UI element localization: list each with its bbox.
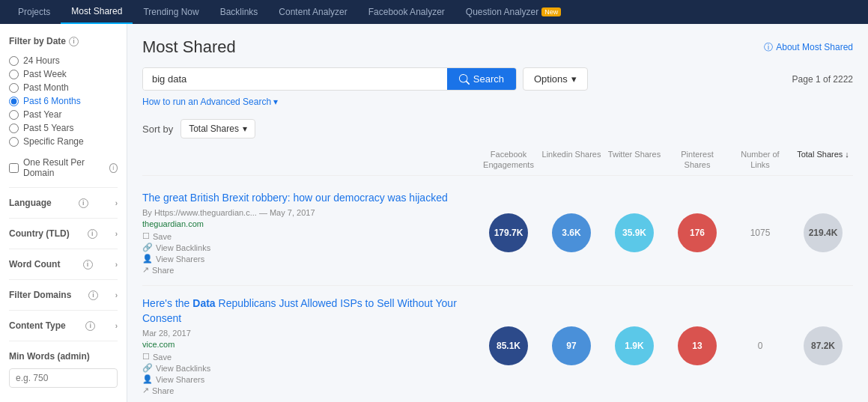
search-input-wrapper: Search	[142, 67, 517, 91]
result-1-linkedin: 3.6K	[541, 213, 601, 252]
search-icon	[459, 74, 470, 85]
language-filter: Language i ›	[9, 187, 118, 218]
word-count-chevron-icon: ›	[115, 261, 118, 269]
min-words-input[interactable]	[9, 368, 118, 388]
facebook-circle-1: 179.7K	[489, 213, 528, 252]
total-circle-2: 87.2K	[804, 326, 843, 365]
col-twitter: Twitter Shares	[604, 149, 664, 171]
one-result-info-icon[interactable]: i	[109, 163, 118, 173]
twitter-circle-1: 35.9K	[615, 213, 654, 252]
country-chevron-icon: ›	[115, 230, 118, 238]
one-result-checkbox[interactable]	[9, 163, 19, 173]
filter-domains-chevron-icon: ›	[115, 291, 118, 299]
nav-projects[interactable]: Projects	[7, 0, 61, 24]
advanced-search-link[interactable]: How to run an Advanced Search ▾	[142, 97, 853, 107]
nav-facebook-analyzer[interactable]: Facebook Analyzer	[358, 0, 455, 24]
date-past-5-years[interactable]: Past 5 Years	[9, 121, 118, 135]
date-past-6-months[interactable]: Past 6 Months	[9, 94, 118, 108]
search-input[interactable]	[143, 68, 447, 90]
date-24hours[interactable]: 24 Hours	[9, 54, 118, 67]
options-button[interactable]: Options ▾	[523, 67, 588, 91]
nav-backlinks[interactable]: Backlinks	[210, 0, 269, 24]
total-circle-1: 219.4K	[804, 213, 843, 252]
main-layout: Filter by Date i 24 Hours Past Week Past…	[0, 24, 868, 402]
backlinks-icon: 🔗	[142, 243, 153, 252]
view-sharers-link-1[interactable]: 👤 View Sharers	[142, 254, 468, 264]
col-total: Total Shares ↓	[793, 149, 853, 171]
date-specific-range[interactable]: Specific Range	[9, 135, 118, 148]
content-type-chevron-icon: ›	[115, 322, 118, 330]
page-header: Most Shared ⓘ About Most Shared	[142, 37, 853, 57]
result-2-domain[interactable]: vice.com	[142, 340, 468, 349]
table-row: Here's the Data Republicans Just Allowed…	[142, 286, 853, 402]
share-icon: ↗	[142, 386, 149, 395]
share-link-1[interactable]: ↗ Share	[142, 265, 468, 275]
language-chevron-icon: ›	[115, 199, 118, 207]
country-tld-filter: Country (TLD) i ›	[9, 218, 118, 249]
nav-content-analyzer[interactable]: Content Analyzer	[268, 0, 357, 24]
language-filter-header[interactable]: Language i ›	[9, 195, 118, 210]
save-icon: ☐	[142, 231, 150, 241]
result-1-info: The great British Brexit robbery: how ou…	[142, 191, 476, 275]
chevron-down-small-icon: ▾	[273, 97, 278, 107]
search-button[interactable]: Search	[447, 68, 516, 90]
content-type-info-icon[interactable]: i	[85, 321, 95, 331]
result-1-domain[interactable]: theguardian.com	[142, 219, 468, 228]
view-sharers-link-2[interactable]: 👤 View Sharers	[142, 374, 468, 384]
col-facebook: Facebook Engagements	[479, 149, 538, 171]
linkedin-circle-2: 97	[552, 326, 591, 365]
result-1-actions: ☐ Save 🔗 View Backlinks 👤 View Sharers ↗…	[142, 231, 468, 275]
result-1-twitter: 35.9K	[604, 213, 664, 252]
result-1-meta: By Https://www.theguardian.c... — May 7,…	[142, 208, 468, 217]
nav-most-shared[interactable]: Most Shared	[61, 0, 133, 24]
sort-chevron-icon: ▾	[243, 124, 247, 134]
sort-select[interactable]: Total Shares ▾	[180, 119, 255, 138]
sidebar: Filter by Date i 24 Hours Past Week Past…	[0, 24, 127, 402]
view-backlinks-link-2[interactable]: 🔗 View Backlinks	[142, 363, 468, 373]
backlinks-icon: 🔗	[142, 363, 153, 373]
share-link-2[interactable]: ↗ Share	[142, 386, 468, 395]
sharers-icon: 👤	[142, 374, 153, 384]
view-backlinks-link-1[interactable]: 🔗 View Backlinks	[142, 243, 468, 252]
new-badge: New	[541, 7, 561, 16]
save-link-2[interactable]: ☐ Save	[142, 352, 468, 362]
filter-domains-info-icon[interactable]: i	[88, 290, 98, 300]
about-link[interactable]: ⓘ About Most Shared	[764, 41, 853, 54]
pinterest-circle-1: 176	[678, 213, 717, 252]
result-1-pinterest: 176	[667, 213, 727, 252]
result-2-twitter: 1.9K	[604, 326, 664, 365]
info-circle-icon: ⓘ	[764, 41, 773, 54]
filter-domains-header[interactable]: Filter Domains i ›	[9, 287, 118, 302]
result-1-links: 1075	[730, 228, 790, 238]
save-link-1[interactable]: ☐ Save	[142, 231, 468, 241]
min-words-filter: Min Words (admin)	[9, 341, 118, 395]
filter-date-info-icon[interactable]: i	[69, 37, 79, 46]
country-filter-header[interactable]: Country (TLD) i ›	[9, 226, 118, 241]
country-info-icon[interactable]: i	[88, 229, 97, 239]
language-info-icon[interactable]: i	[79, 198, 88, 208]
col-linkedin: Linkedin Shares	[541, 149, 601, 171]
nav-question-analyzer[interactable]: Question Analyzer New	[455, 0, 571, 24]
content-type-filter: Content Type i ›	[9, 310, 118, 341]
one-result-per-domain-row[interactable]: One Result Per Domain i	[9, 157, 118, 178]
word-count-filter: Word Count i ›	[9, 249, 118, 279]
date-past-week[interactable]: Past Week	[9, 67, 118, 81]
min-words-header: Min Words (admin)	[9, 349, 118, 364]
date-past-year[interactable]: Past Year	[9, 108, 118, 121]
result-2-title[interactable]: Here's the Data Republicans Just Allowed…	[142, 296, 468, 326]
date-past-month[interactable]: Past Month	[9, 81, 118, 94]
word-count-filter-header[interactable]: Word Count i ›	[9, 257, 118, 272]
main-content: Most Shared ⓘ About Most Shared Search O…	[127, 24, 868, 402]
facebook-circle-2: 85.1K	[489, 326, 528, 365]
share-icon: ↗	[142, 265, 149, 275]
result-1-title[interactable]: The great British Brexit robbery: how ou…	[142, 191, 468, 206]
col-links: Number of Links	[730, 149, 790, 171]
content-type-header[interactable]: Content Type i ›	[9, 318, 118, 333]
chevron-down-icon: ▾	[571, 73, 577, 85]
nav-trending-now[interactable]: Trending Now	[133, 0, 209, 24]
result-1-facebook: 179.7K	[479, 213, 538, 252]
search-row: Search Options ▾ Page 1 of 2222	[142, 67, 853, 91]
pinterest-circle-2: 13	[678, 326, 717, 365]
word-count-info-icon[interactable]: i	[83, 260, 93, 269]
top-navigation: Projects Most Shared Trending Now Backli…	[0, 0, 868, 24]
